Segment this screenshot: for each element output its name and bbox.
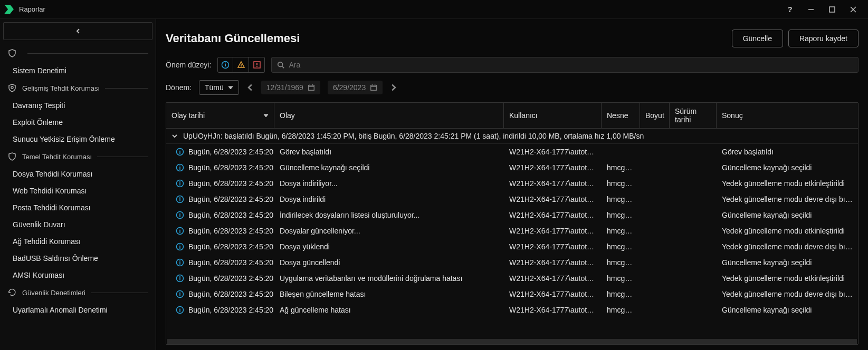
table-group-row[interactable]: UpUOyHJn: başlatıldı Bugün, 6/28/2023 1:… [166, 129, 858, 144]
sidebar-collapse-button[interactable] [3, 22, 152, 40]
cell-size [640, 288, 670, 300]
sidebar-item-anomaly[interactable]: Uyarlamalı Anomali Denetimi [0, 302, 156, 318]
cell-result: Yedek güncelleme modu etkinleştirildi [717, 177, 858, 190]
table-row[interactable]: iBugün, 6/28/2023 2:45:20 PMGörev başlat… [166, 144, 858, 160]
info-icon: i [176, 290, 184, 298]
cell-user: W21H2-X64-1777\autotester [504, 145, 602, 158]
sidebar-item-web[interactable]: Web Tehdidi Koruması [0, 182, 156, 199]
cell-version [670, 288, 717, 300]
severity-critical-button[interactable] [249, 57, 265, 73]
cell-user: W21H2-X64-1777\autotester [504, 161, 602, 174]
maximize-button[interactable] [822, 0, 843, 19]
th-result[interactable]: Sonuç [717, 103, 858, 128]
period-label: Dönem: [166, 83, 192, 92]
table-row[interactable]: iBugün, 6/28/2023 2:45:20 PMİndirilecek … [166, 207, 858, 223]
cell-result: Görev başlatıldı [717, 145, 858, 158]
th-user[interactable]: Kullanıcı [504, 103, 602, 128]
sort-desc-icon [263, 113, 269, 118]
sidebar-group-label: Gelişmiş Tehdit Koruması [22, 84, 100, 92]
sidebar-group-label: Güvenlik Denetimleri [22, 289, 85, 297]
sidebar-item-file[interactable]: Dosya Tehdidi Koruması [0, 166, 156, 182]
sidebar-group-essential: Temel Tehdit Koruması [0, 148, 156, 166]
sidebar-item-behavior[interactable]: Davranış Tespiti [0, 97, 156, 114]
cell-object: hmcgKWzh [602, 193, 640, 206]
info-icon [221, 61, 230, 69]
sidebar-item-mail[interactable]: Posta Tehdidi Koruması [0, 199, 156, 216]
sidebar: Sistem Denetimi Gelişmiş Tehdit Koruması… [0, 19, 156, 350]
cell-size [640, 304, 670, 316]
cell-object: hmcgKWzh [602, 161, 640, 174]
search-input[interactable] [289, 61, 853, 69]
sidebar-item-intrusion[interactable]: Sunucu Yetkisiz Erişim Önleme [0, 131, 156, 148]
table-row[interactable]: iBugün, 6/28/2023 2:45:20 PMDosyalar gün… [166, 223, 858, 239]
cell-version [670, 256, 717, 269]
svg-point-7 [225, 63, 226, 64]
severity-info-button[interactable] [217, 57, 233, 73]
th-version[interactable]: Sürüm tarihi [670, 103, 717, 128]
sidebar-item-network[interactable]: Ağ Tehdidi Koruması [0, 233, 156, 250]
sidebar-group-label: Temel Tehdit Koruması [22, 153, 92, 161]
table-row[interactable]: iBugün, 6/28/2023 2:45:20 PMDosya indiri… [166, 176, 858, 191]
cell-date: iBugün, 6/28/2023 2:45:20 PM [166, 304, 274, 316]
cell-result: Güncelleme kaynağı seçildi [717, 256, 858, 269]
date-prev-button[interactable] [246, 84, 254, 91]
cell-size [640, 240, 670, 253]
table-row[interactable]: iBugün, 6/28/2023 2:45:20 PMDosya yüklen… [166, 239, 858, 255]
app-title: Raporlar [19, 5, 779, 13]
help-button[interactable]: ? [779, 0, 800, 19]
table-row[interactable]: iBugün, 6/28/2023 2:45:20 PMUygulama ver… [166, 270, 858, 286]
close-button[interactable] [843, 0, 864, 19]
sidebar-item-system-audit[interactable]: Sistem Denetimi [0, 62, 156, 79]
cell-version [670, 145, 717, 158]
cell-size [640, 161, 670, 174]
cell-result: Güncelleme kaynağı seçildi [717, 304, 858, 316]
svg-marker-25 [264, 114, 268, 117]
cell-size [640, 209, 670, 221]
table-body[interactable]: UpUOyHJn: başlatıldı Bugün, 6/28/2023 1:… [166, 129, 858, 339]
cell-event: Ağ güncelleme hatası [274, 304, 504, 316]
info-icon: i [176, 163, 184, 172]
svg-rect-21 [371, 85, 377, 91]
warning-icon [237, 61, 245, 69]
table-header: Olay tarihi Olay Kullanıcı Nesne Boyut S… [166, 103, 858, 129]
th-object[interactable]: Nesne [602, 103, 640, 128]
th-size[interactable]: Boyut [640, 103, 670, 128]
table-row[interactable]: iBugün, 6/28/2023 2:45:20 PMGüncelleme k… [166, 160, 858, 176]
cell-version [670, 161, 717, 174]
date-next-button[interactable] [390, 84, 397, 91]
search-box[interactable] [271, 57, 859, 73]
cell-version [670, 225, 717, 237]
period-select[interactable]: Tümü [199, 80, 239, 95]
period-value: Tümü [205, 83, 224, 92]
sidebar-item-amsi[interactable]: AMSI Koruması [0, 267, 156, 284]
date-from-field[interactable]: 12/31/1969 [261, 81, 320, 94]
svg-point-10 [241, 66, 242, 67]
cell-event: Uygulama veritabanları ve modüllerini do… [274, 272, 504, 285]
date-to-field[interactable]: 6/29/2023 [328, 81, 383, 94]
sidebar-item-exploit[interactable]: Exploit Önleme [0, 114, 156, 131]
cell-object: hmcgKWzh [602, 240, 640, 253]
sidebar-item-firewall[interactable]: Güvenlik Duvarı [0, 216, 156, 233]
th-date[interactable]: Olay tarihi [166, 103, 274, 128]
cell-object: hmcgKWzh [602, 256, 640, 269]
sidebar-group-general [0, 44, 156, 62]
minimize-button[interactable] [800, 0, 822, 19]
table-row[interactable]: iBugün, 6/28/2023 2:45:20 PMDosya indiri… [166, 191, 858, 207]
sidebar-item-badusb[interactable]: BadUSB Saldırısı Önleme [0, 250, 156, 267]
table-row[interactable]: iBugün, 6/28/2023 2:45:20 PMAğ güncellem… [166, 302, 858, 318]
table-row[interactable]: iBugün, 6/28/2023 2:45:20 PMDosya güncel… [166, 255, 858, 270]
info-icon: i [176, 227, 184, 235]
svg-text:i: i [179, 244, 180, 250]
events-table: Olay tarihi Olay Kullanıcı Nesne Boyut S… [166, 102, 859, 345]
chevron-down-icon [171, 133, 178, 139]
svg-text:i: i [179, 164, 180, 171]
update-button[interactable]: Güncelle [732, 30, 783, 47]
svg-marker-16 [228, 86, 233, 89]
cell-size [640, 256, 670, 269]
th-event[interactable]: Olay [274, 103, 504, 128]
table-row[interactable]: iBugün, 6/28/2023 2:45:20 PMBileşen günc… [166, 286, 858, 302]
save-report-button[interactable]: Raporu kaydet [788, 30, 859, 47]
horizontal-scrollbar[interactable] [167, 339, 857, 344]
severity-warning-button[interactable] [233, 57, 249, 73]
titlebar: Raporlar ? [0, 0, 868, 19]
